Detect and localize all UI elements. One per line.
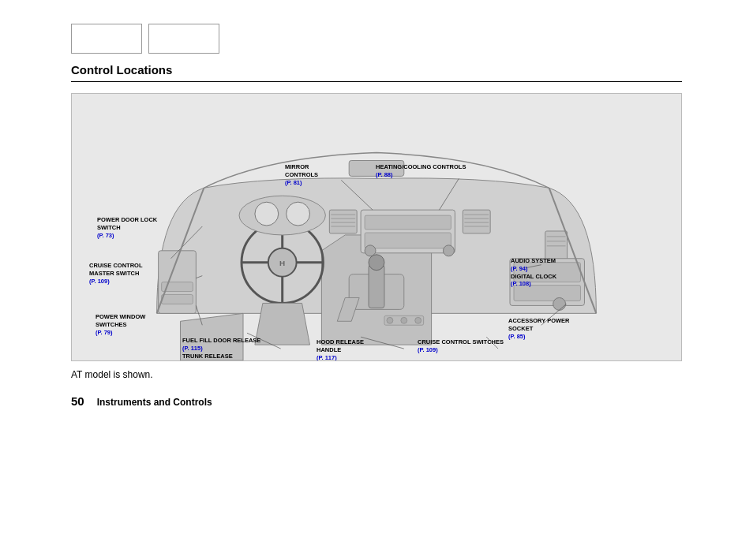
label-hood-release: HOOD RELEASE HANDLE (P. 117) xyxy=(317,338,364,361)
page-number: 50 xyxy=(71,394,84,408)
label-accessory-power: ACCESSORY POWER SOCKET (P. 85) xyxy=(508,317,570,340)
svg-point-43 xyxy=(553,297,566,310)
label-fuel-fill: FUEL FILL DOOR RELEASE (P. 115) TRUNK RE… xyxy=(182,337,260,361)
label-heating-cooling: HEATING/COOLING CONTROLS (P. 88) xyxy=(376,163,466,179)
svg-point-38 xyxy=(369,255,384,271)
caption-text: AT model is shown. xyxy=(71,369,682,380)
heading-rule xyxy=(71,81,682,82)
label-mirror: MIRROR CONTROLS (P. 81) xyxy=(285,163,318,186)
svg-point-15 xyxy=(444,245,455,256)
nav-thumb-1[interactable] xyxy=(71,24,142,54)
svg-rect-12 xyxy=(365,215,451,230)
svg-point-42 xyxy=(415,317,421,323)
svg-rect-13 xyxy=(365,233,451,248)
car-diagram-svg: H xyxy=(72,94,681,360)
svg-rect-37 xyxy=(369,265,384,308)
section-title: Instruments and Controls xyxy=(97,397,212,408)
section-heading: Control Locations xyxy=(71,63,682,77)
svg-text:H: H xyxy=(279,259,285,267)
label-audio-clock: AUDIO SYSTEM (P. 94) DIGITAL CLOCK (P. 1… xyxy=(511,257,556,288)
svg-rect-35 xyxy=(162,294,193,304)
label-cruise-master: CRUISE CONTROL MASTER SWITCH (P. 109) xyxy=(89,262,143,285)
svg-point-41 xyxy=(401,317,407,323)
svg-point-14 xyxy=(365,245,376,256)
svg-rect-21 xyxy=(463,210,490,233)
nav-thumbnails xyxy=(71,24,682,54)
page-container: Control Locations H xyxy=(0,0,753,560)
svg-point-10 xyxy=(287,202,310,226)
svg-point-40 xyxy=(387,317,393,323)
label-cruise-switches: CRUISE CONTROL SWITCHES (P. 109) xyxy=(418,338,504,354)
svg-point-9 xyxy=(255,202,279,226)
svg-point-8 xyxy=(239,196,325,235)
page-footer: 50 Instruments and Controls xyxy=(71,394,682,408)
label-power-door-lock: POWER DOOR LOCK SWITCH (P. 73) xyxy=(97,216,157,239)
diagram-container: H xyxy=(71,93,682,361)
svg-rect-16 xyxy=(329,210,357,233)
label-power-window: POWER WINDOW SWITCHES (P. 79) xyxy=(96,313,145,336)
nav-thumb-2[interactable] xyxy=(148,24,219,54)
